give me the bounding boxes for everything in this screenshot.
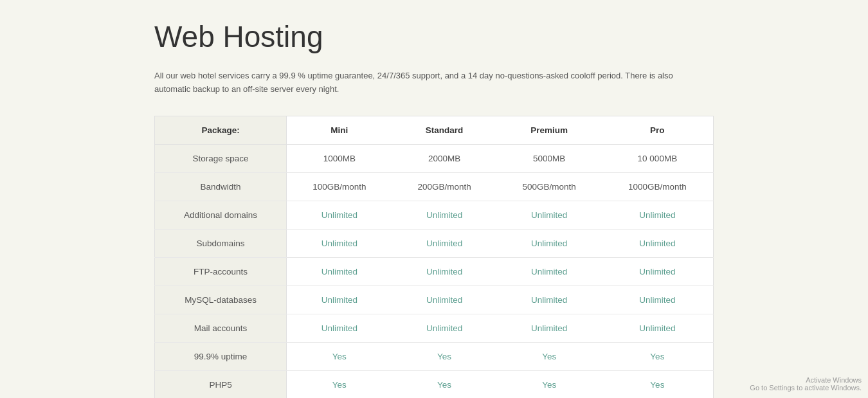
value-pro: 10 000MB xyxy=(602,144,714,172)
value-mini: Unlimited xyxy=(287,201,392,229)
value-premium: Unlimited xyxy=(497,201,602,229)
value-mini: 100GB/month xyxy=(287,172,392,201)
feature-label: Additional domains xyxy=(155,201,287,229)
value-premium: Yes xyxy=(497,370,602,398)
feature-label: PHP5 xyxy=(155,370,287,398)
value-standard: Unlimited xyxy=(392,314,496,342)
value-mini: Unlimited xyxy=(287,285,392,314)
value-pro: Unlimited xyxy=(602,201,714,229)
value-standard: Yes xyxy=(392,370,496,398)
header-mini: Mini xyxy=(287,116,392,144)
value-pro: 1000GB/month xyxy=(602,172,714,201)
value-premium: 5000MB xyxy=(497,144,602,172)
page-container: Web Hosting All our web hotel services c… xyxy=(0,0,868,398)
feature-label: Bandwidth xyxy=(155,172,287,201)
header-premium: Premium xyxy=(497,116,602,144)
value-premium: Unlimited xyxy=(497,285,602,314)
header-package: Package: xyxy=(155,116,287,144)
page-title: Web Hosting xyxy=(154,19,714,54)
page-description: All our web hotel services carry a 99.9 … xyxy=(154,69,701,96)
header-pro: Pro xyxy=(602,116,714,144)
value-mini: Unlimited xyxy=(287,257,392,285)
value-mini: Unlimited xyxy=(287,229,392,257)
value-standard: Unlimited xyxy=(392,229,496,257)
feature-label: Mail accounts xyxy=(155,314,287,342)
value-mini: Unlimited xyxy=(287,314,392,342)
feature-label: Subdomains xyxy=(155,229,287,257)
value-standard: Unlimited xyxy=(392,285,496,314)
value-premium: Unlimited xyxy=(497,257,602,285)
value-premium: Yes xyxy=(497,342,602,370)
value-standard: 200GB/month xyxy=(392,172,496,201)
table-body: Storage space1000MB2000MB5000MB10 000MBB… xyxy=(155,144,714,398)
feature-label: FTP-accounts xyxy=(155,257,287,285)
value-pro: Yes xyxy=(602,370,714,398)
feature-label: 99.9% uptime xyxy=(155,342,287,370)
value-mini: Yes xyxy=(287,370,392,398)
table-row: PHP5YesYesYesYes xyxy=(155,370,714,398)
header-standard: Standard xyxy=(392,116,496,144)
value-pro: Unlimited xyxy=(602,285,714,314)
value-pro: Unlimited xyxy=(602,314,714,342)
value-premium: Unlimited xyxy=(497,314,602,342)
value-mini: 1000MB xyxy=(287,144,392,172)
table-row: MySQL-databasesUnlimitedUnlimitedUnlimit… xyxy=(155,285,714,314)
value-standard: Unlimited xyxy=(392,257,496,285)
activate-windows-line1: Activate Windows xyxy=(750,376,862,384)
value-pro: Yes xyxy=(602,342,714,370)
table-row: Storage space1000MB2000MB5000MB10 000MB xyxy=(155,144,714,172)
feature-label: MySQL-databases xyxy=(155,285,287,314)
table-row: Bandwidth100GB/month200GB/month500GB/mon… xyxy=(155,172,714,201)
feature-label: Storage space xyxy=(155,144,287,172)
value-premium: 500GB/month xyxy=(497,172,602,201)
table-header-row: Package: Mini Standard Premium Pro xyxy=(155,116,714,144)
value-standard: Yes xyxy=(392,342,496,370)
value-pro: Unlimited xyxy=(602,257,714,285)
activate-windows-notice: Activate Windows Go to Settings to activ… xyxy=(750,376,862,392)
value-pro: Unlimited xyxy=(602,229,714,257)
table-row: Additional domainsUnlimitedUnlimitedUnli… xyxy=(155,201,714,229)
comparison-table: Package: Mini Standard Premium Pro Stora… xyxy=(154,116,714,398)
value-premium: Unlimited xyxy=(497,229,602,257)
value-mini: Yes xyxy=(287,342,392,370)
activate-windows-line2: Go to Settings to activate Windows. xyxy=(750,384,862,392)
table-row: 99.9% uptimeYesYesYesYes xyxy=(155,342,714,370)
table-row: Mail accountsUnlimitedUnlimitedUnlimited… xyxy=(155,314,714,342)
value-standard: Unlimited xyxy=(392,201,496,229)
table-row: SubdomainsUnlimitedUnlimitedUnlimitedUnl… xyxy=(155,229,714,257)
table-row: FTP-accountsUnlimitedUnlimitedUnlimitedU… xyxy=(155,257,714,285)
value-standard: 2000MB xyxy=(392,144,496,172)
